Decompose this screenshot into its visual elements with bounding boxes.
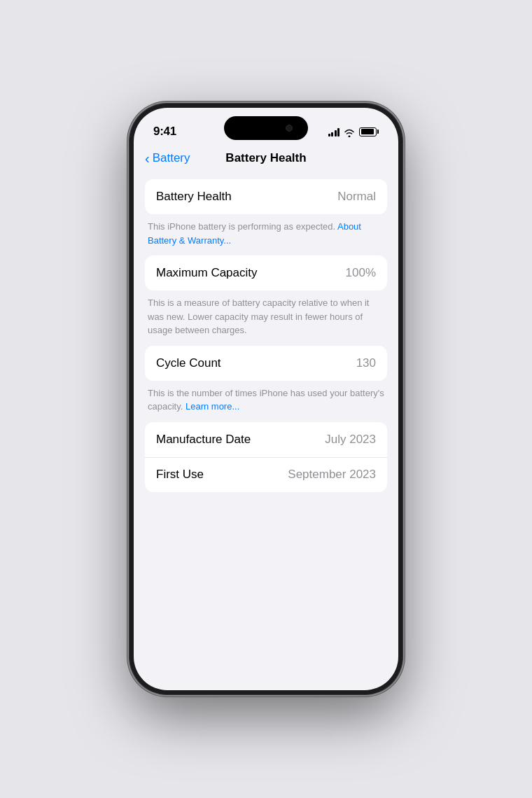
back-label: Battery: [153, 151, 190, 165]
chevron-left-icon: ‹: [145, 151, 150, 165]
battery-health-section: Battery Health Normal This iPhone batter…: [145, 179, 387, 250]
signal-bar-1: [328, 134, 330, 136]
screen: 9:41: [134, 108, 398, 690]
battery-warranty-link[interactable]: About Battery & Warranty...: [148, 221, 361, 246]
cycle-count-description: This is the number of times iPhone has u…: [145, 381, 387, 416]
status-icons: [328, 127, 379, 136]
first-use-label: First Use: [156, 468, 204, 482]
maximum-capacity-value: 100%: [346, 266, 376, 280]
battery-health-row: Battery Health Normal: [145, 179, 387, 214]
dates-card: Manufacture Date July 2023 First Use Sep…: [145, 422, 387, 492]
maximum-capacity-row: Maximum Capacity 100%: [145, 255, 387, 290]
first-use-value: September 2023: [288, 468, 376, 482]
cycle-count-card: Cycle Count 130: [145, 346, 387, 381]
manufacture-date-row: Manufacture Date July 2023: [145, 422, 387, 457]
maximum-capacity-description: This is a measure of battery capacity re…: [145, 290, 387, 340]
status-time: 9:41: [153, 125, 176, 139]
signal-bar-3: [335, 130, 337, 136]
nav-bar: ‹ Battery Battery Health: [134, 146, 398, 174]
battery-health-description: This iPhone battery is performing as exp…: [145, 214, 387, 250]
content: Battery Health Normal This iPhone batter…: [134, 174, 398, 690]
cycle-count-section: Cycle Count 130 This is the number of ti…: [145, 346, 387, 416]
signal-bar-2: [331, 132, 333, 136]
camera-dot: [286, 125, 293, 132]
battery-tip: [377, 130, 379, 134]
battery-fill: [361, 129, 374, 134]
phone-frame: 9:41: [130, 104, 402, 694]
learn-more-link[interactable]: Learn more...: [186, 401, 239, 412]
battery-health-card: Battery Health Normal: [145, 179, 387, 214]
dates-section: Manufacture Date July 2023 First Use Sep…: [145, 422, 387, 492]
battery-health-value: Normal: [337, 190, 376, 204]
manufacture-date-value: July 2023: [325, 433, 376, 447]
nav-title: Battery Health: [225, 151, 306, 165]
maximum-capacity-card: Maximum Capacity 100%: [145, 255, 387, 290]
battery-body: [359, 127, 377, 136]
dynamic-island: [224, 116, 308, 140]
cycle-count-row: Cycle Count 130: [145, 346, 387, 381]
back-button[interactable]: ‹ Battery: [145, 151, 190, 165]
battery-health-label: Battery Health: [156, 190, 232, 204]
status-bar: 9:41: [134, 108, 398, 146]
maximum-capacity-label: Maximum Capacity: [156, 266, 258, 280]
signal-icon: [328, 127, 340, 136]
wifi-icon: [344, 127, 355, 136]
cycle-count-value: 130: [356, 356, 376, 370]
first-use-row: First Use September 2023: [145, 457, 387, 492]
maximum-capacity-section: Maximum Capacity 100% This is a measure …: [145, 255, 387, 340]
signal-bar-4: [337, 128, 340, 136]
cycle-count-label: Cycle Count: [156, 356, 221, 370]
battery-icon: [359, 127, 379, 136]
manufacture-date-label: Manufacture Date: [156, 433, 251, 447]
